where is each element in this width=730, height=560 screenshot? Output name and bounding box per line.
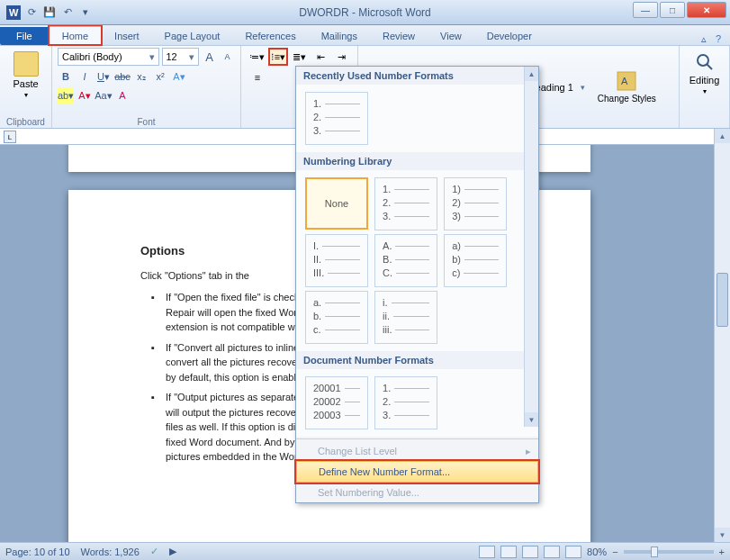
align-left-button[interactable]: ≡ [247, 68, 268, 86]
dd-docfmt-header: Document Number Formats [296, 351, 538, 369]
font-name-combo[interactable]: Calibri (Body)▾ [58, 48, 159, 66]
view-draft[interactable] [565, 546, 581, 558]
grow-font-icon[interactable]: A [202, 49, 217, 65]
view-web-layout[interactable] [522, 546, 538, 558]
num-format-roman[interactable]: I. II. III. [305, 234, 368, 287]
help-icon[interactable]: ? [716, 33, 721, 45]
tab-view[interactable]: View [428, 27, 474, 45]
dd-recent-header: Recently Used Number Formats [296, 67, 538, 85]
view-outline[interactable] [544, 546, 560, 558]
scroll-down-icon[interactable]: ▼ [715, 528, 730, 542]
qat-redo-icon[interactable]: ▾ [77, 5, 94, 21]
tab-file[interactable]: File [0, 27, 49, 45]
tab-page-layout[interactable]: Page Layout [152, 27, 233, 45]
numbering-button[interactable]: ⁝≡▾ [268, 48, 289, 66]
num-format-paren[interactable]: 1) 2) 3) [444, 177, 507, 230]
num-format-lalpha-paren[interactable]: a) b) c) [444, 234, 507, 287]
underline-button[interactable]: U▾ [95, 68, 112, 85]
view-full-screen[interactable] [500, 546, 517, 558]
ribbon-minimize-icon[interactable]: ▵ [701, 33, 707, 45]
italic-button[interactable]: I [77, 68, 93, 85]
tab-insert[interactable]: Insert [102, 27, 152, 45]
zoom-level[interactable]: 80% [587, 546, 607, 557]
qat-undo-icon[interactable]: ↶ [59, 5, 76, 21]
dd-scroll-down-icon[interactable]: ▼ [525, 412, 538, 427]
status-macro-icon[interactable]: ▶ [169, 546, 176, 557]
tab-references[interactable]: References [232, 27, 308, 45]
change-list-level: Change List Level▸ [296, 441, 538, 461]
text-effects-icon[interactable]: A▾ [171, 68, 187, 85]
num-format-doc[interactable]: 20001 20002 20003 [305, 376, 368, 429]
num-format-ualpha[interactable]: A. B. C. [374, 234, 437, 287]
zoom-out-button[interactable]: − [612, 546, 617, 557]
strike-button[interactable]: abc [114, 68, 131, 85]
num-format-lroman[interactable]: i. ii. iii. [374, 291, 437, 344]
indent-inc-button[interactable]: ⇥ [331, 48, 352, 66]
bullets-button[interactable]: ≔▾ [247, 48, 267, 66]
subscript-button[interactable]: x₂ [133, 68, 149, 85]
font-size-combo[interactable]: 12▾ [162, 48, 200, 66]
multilevel-button[interactable]: ≣▾ [289, 48, 310, 66]
word-icon: W [5, 5, 22, 21]
superscript-button[interactable]: x² [152, 68, 168, 85]
editing-button[interactable]: Editing ▾ [685, 48, 724, 99]
close-button[interactable]: ✕ [687, 2, 726, 18]
change-case-icon[interactable]: Aa▾ [95, 87, 112, 104]
tab-review[interactable]: Review [370, 27, 428, 45]
num-format-arabic[interactable]: 1. 2. 3. [374, 177, 437, 230]
maximize-button[interactable]: □ [660, 2, 685, 18]
highlight-icon[interactable]: ab▾ [58, 87, 74, 104]
num-format-recent[interactable]: 1. 2. 3. [305, 92, 368, 145]
tab-home[interactable]: Home [49, 25, 102, 45]
dd-scroll-up-icon[interactable]: ▲ [525, 67, 538, 81]
group-font: Font [52, 117, 240, 127]
tab-developer[interactable]: Developer [474, 27, 545, 45]
qat-refresh-icon[interactable]: ⟳ [23, 5, 40, 21]
paste-dropdown-icon[interactable]: ▾ [24, 91, 28, 99]
scroll-up-icon[interactable]: ▲ [715, 129, 730, 143]
svg-text:A: A [621, 76, 628, 86]
tab-selector[interactable]: L [4, 131, 16, 143]
zoom-slider[interactable] [624, 550, 714, 554]
dropdown-scrollbar[interactable]: ▲ ▼ [524, 67, 538, 427]
svg-line-5 [707, 64, 712, 69]
tab-mailings[interactable]: Mailings [309, 27, 370, 45]
num-format-none[interactable]: None [305, 177, 368, 230]
zoom-in-button[interactable]: + [719, 546, 725, 557]
font-color-icon[interactable]: A▾ [77, 87, 93, 104]
minimize-button[interactable]: — [633, 2, 658, 18]
style-gallery-more-icon[interactable]: ▾ [581, 83, 585, 92]
status-page[interactable]: Page: 10 of 10 [5, 546, 70, 557]
window-title: DWORDR - Microsoft Word [299, 6, 430, 19]
vertical-scrollbar[interactable]: ▲ ▼ [714, 129, 730, 542]
shrink-font-icon[interactable]: A [220, 49, 235, 65]
scroll-thumb[interactable] [716, 273, 728, 327]
dd-library-header: Numbering Library [296, 152, 538, 170]
change-styles-button[interactable]: A Change Styles [592, 67, 662, 107]
set-numbering-value: Set Numbering Value... [296, 483, 538, 502]
status-proof-icon[interactable]: ✓ [150, 546, 158, 557]
paste-label: Paste [13, 78, 38, 89]
svg-text:W: W [9, 7, 19, 18]
find-icon [694, 51, 716, 73]
bold-button[interactable]: B [58, 68, 74, 85]
define-new-number-format[interactable]: Define New Number Format... [296, 461, 538, 483]
group-clipboard: Clipboard [0, 117, 51, 127]
num-format-doc2[interactable]: 1. 2. 3. [374, 376, 437, 429]
indent-dec-button[interactable]: ⇤ [311, 48, 331, 66]
view-print-layout[interactable] [479, 546, 495, 558]
qat-save-icon[interactable]: 💾 [41, 5, 58, 21]
status-words[interactable]: Words: 1,926 [81, 546, 140, 557]
num-format-lalpha[interactable]: a. b. c. [305, 291, 368, 344]
clear-format-icon[interactable]: A [114, 87, 131, 104]
paste-icon[interactable] [14, 51, 39, 77]
numbering-dropdown: Recently Used Number Formats 1. 2. 3. Nu… [295, 66, 539, 503]
